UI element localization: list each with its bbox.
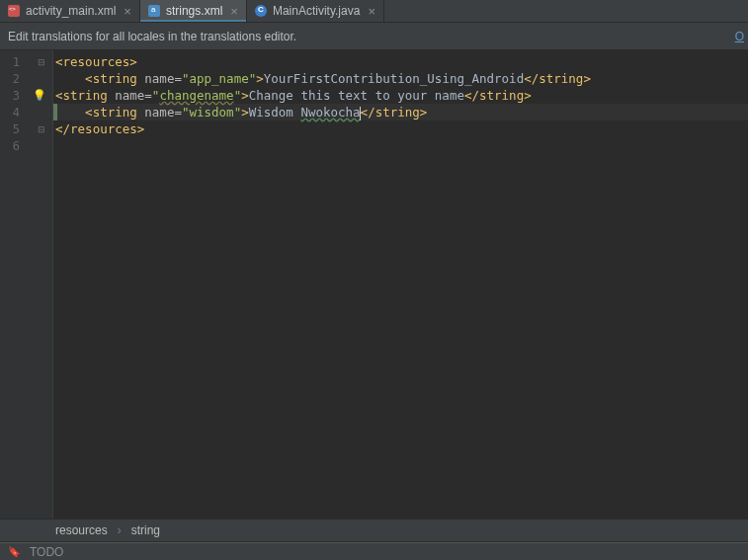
fold-toggle-icon: [37, 108, 46, 118]
strings-file-icon: [148, 5, 160, 17]
close-icon[interactable]: ×: [230, 4, 238, 19]
tab-activity-main[interactable]: activity_main.xml ×: [0, 0, 140, 22]
hint-action-link[interactable]: O: [735, 30, 744, 43]
code-editor[interactable]: 1 ⊟ 2 3 💡 4 5 ⊟ 6 <resources> <string na…: [0, 50, 748, 519]
bookmark-icon[interactable]: 🔖: [8, 546, 20, 557]
line-number: 3: [6, 89, 20, 103]
code-line[interactable]: </resources>: [53, 120, 748, 137]
lightbulb-icon[interactable]: 💡: [33, 89, 46, 102]
xml-file-icon: [8, 5, 20, 17]
modified-line-marker: [53, 104, 57, 120]
code-line[interactable]: <string name="app_name">YourFirstContrib…: [53, 70, 748, 87]
fold-toggle-icon: [37, 141, 46, 151]
translations-hint-bar: Edit translations for all locales in the…: [0, 23, 748, 50]
breadcrumb-item[interactable]: string: [131, 523, 160, 537]
editor-tab-bar: activity_main.xml × strings.xml × MainAc…: [0, 0, 748, 23]
tab-main-activity[interactable]: MainActivity.java ×: [247, 0, 384, 22]
breadcrumb: resources › string: [0, 519, 748, 542]
code-line-empty[interactable]: [53, 137, 748, 154]
line-number: 2: [6, 72, 20, 86]
close-icon[interactable]: ×: [124, 4, 131, 19]
tab-label: strings.xml: [166, 4, 222, 18]
tab-label: activity_main.xml: [26, 4, 116, 18]
line-number: 4: [6, 106, 20, 120]
fold-toggle-icon: [37, 74, 46, 84]
status-bar: 🔖 TODO: [0, 542, 748, 560]
code-area[interactable]: <resources> <string name="app_name">Your…: [53, 50, 748, 519]
status-todo[interactable]: TODO: [30, 545, 63, 559]
tab-label: MainActivity.java: [273, 4, 360, 18]
code-line[interactable]: <string name="changename">Change this te…: [53, 87, 748, 104]
tab-strings-xml[interactable]: strings.xml ×: [140, 0, 247, 22]
line-number: 1: [6, 55, 20, 69]
code-line-current[interactable]: <string name="wisdom">Wisdom Nwokocha</s…: [53, 104, 748, 120]
breadcrumb-item[interactable]: resources: [55, 523, 108, 537]
fold-toggle-icon[interactable]: ⊟: [37, 57, 46, 67]
hint-text: Edit translations for all locales in the…: [8, 30, 296, 43]
fold-toggle-icon[interactable]: ⊟: [37, 124, 46, 134]
gutter: 1 ⊟ 2 3 💡 4 5 ⊟ 6: [0, 50, 53, 519]
line-number: 5: [6, 122, 20, 136]
close-icon[interactable]: ×: [368, 4, 375, 19]
line-number: 6: [6, 139, 20, 153]
chevron-right-icon: ›: [118, 523, 122, 537]
code-line[interactable]: <resources>: [53, 53, 748, 70]
java-class-icon: [255, 5, 267, 17]
